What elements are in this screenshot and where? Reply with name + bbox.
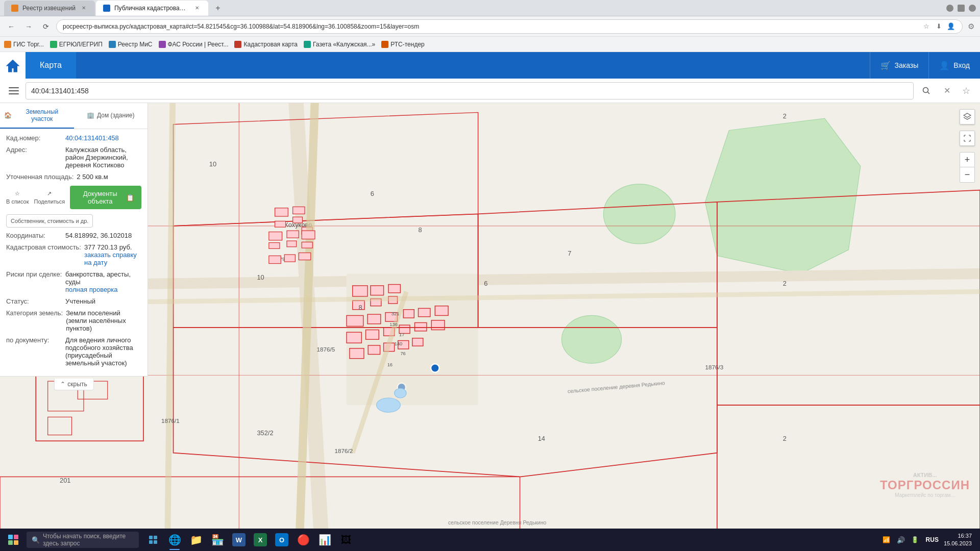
fullscreen-icon	[964, 135, 971, 142]
download-icon[interactable]: ⬇	[934, 21, 944, 32]
svg-rect-18	[403, 310, 414, 318]
share-button[interactable]: ↗ Поделиться	[34, 190, 65, 205]
bookmark-7[interactable]: РТС-тендер	[381, 41, 424, 48]
docs-icon: 📋	[126, 194, 134, 202]
land-category-label: Категория земель:	[6, 309, 63, 332]
start-button[interactable]	[2, 529, 24, 551]
bookmark-2-icon	[50, 41, 57, 48]
svg-rect-83	[269, 256, 281, 263]
reload-button[interactable]: ⟳	[39, 19, 53, 34]
tab-2-close[interactable]: ✕	[193, 4, 201, 12]
hamburger-menu-button[interactable]	[6, 83, 21, 98]
language-indicator[interactable]: RUS	[926, 536, 939, 543]
svg-rect-43	[293, 217, 303, 223]
bookmark-6[interactable]: Газета «Калужская...»	[304, 41, 375, 48]
cadastral-cost-link[interactable]: заказать справку на дату	[84, 251, 137, 266]
svg-text:1876/1: 1876/1	[161, 417, 180, 424]
taskbar-excel[interactable]: X	[250, 529, 271, 551]
tab-1[interactable]: Реестр извещений ✕	[4, 1, 95, 16]
user-account-icon[interactable]: 👤	[946, 21, 956, 32]
browser-frame: Реестр извещений ✕ Публичная кадастровая…	[0, 0, 980, 551]
zoom-out-button[interactable]: −	[960, 167, 975, 183]
taskbar-edge[interactable]: 🌐	[164, 529, 185, 551]
layers-icon	[963, 113, 971, 121]
svg-text:136: 136	[389, 322, 398, 327]
docs-button[interactable]: Документы объекта 📋	[70, 186, 141, 209]
extensions-icon[interactable]: ⚙	[966, 21, 976, 32]
tab-1-close[interactable]: ✕	[80, 4, 88, 12]
bookmark-2[interactable]: ЕГРЮЛ/ЕГРИП	[50, 41, 103, 48]
home-icon	[5, 58, 20, 73]
svg-text:10: 10	[257, 273, 264, 281]
svg-rect-28	[368, 345, 380, 355]
fullscreen-button[interactable]	[960, 131, 975, 146]
login-button[interactable]: 👤 Вход	[928, 52, 980, 79]
new-tab-button[interactable]: +	[211, 2, 225, 15]
photos-icon: 🖼	[339, 533, 353, 546]
kad-number-value[interactable]: 40:04:131401:458	[65, 134, 119, 142]
svg-text:8: 8	[358, 304, 362, 311]
taskbar-search-box[interactable]: 🔍 Чтобы начать поиск, введите здесь запр…	[27, 532, 139, 548]
app8-icon: 📊	[318, 533, 331, 546]
svg-text:140: 140	[395, 341, 403, 346]
zoom-in-button[interactable]: +	[960, 152, 975, 167]
address-box[interactable]: росреестр-выписка.рус/кадастровая_карта#…	[56, 19, 963, 34]
map-toolbar: ✕ ☆	[0, 79, 980, 103]
maximize-button[interactable]	[958, 5, 965, 12]
hide-panel-button[interactable]: ⌃ скрыть	[54, 379, 93, 390]
info-body: Кад.номер: 40:04:131401:458 Адрес: Калуж…	[0, 129, 148, 376]
taskbar-chrome[interactable]: 🔴	[293, 529, 313, 551]
bookmark-4[interactable]: ФАС России | Реест...	[159, 41, 229, 48]
address-bar-row: ← → ⟳ росреестр-выписка.рус/кадастровая_…	[0, 16, 980, 37]
taskbar-search-placeholder: Чтобы начать поиск, введите здесь запрос	[43, 533, 134, 547]
site-logo[interactable]	[0, 52, 26, 79]
close-button[interactable]	[969, 5, 976, 12]
bookmark-7-icon	[381, 41, 388, 48]
minimize-button[interactable]	[946, 5, 953, 12]
map-container[interactable]: Кохуково сельское поселение деревня Редь…	[0, 79, 980, 529]
forward-button[interactable]: →	[21, 19, 36, 34]
tab-2[interactable]: Публичная кадастровая карта ... ✕	[96, 1, 208, 16]
back-button[interactable]: ←	[4, 19, 18, 34]
layers-button[interactable]	[960, 109, 975, 124]
bookmark-5[interactable]: Кадастровая карта	[234, 41, 298, 48]
bookmark-1-icon	[4, 41, 11, 48]
taskbar-outlook[interactable]: O	[272, 529, 292, 551]
bookmark-3[interactable]: Реестр МиС	[109, 41, 153, 48]
svg-point-47	[377, 398, 401, 412]
owner-button[interactable]: Собственник, стоимость и др.	[6, 214, 93, 228]
map-search-input[interactable]	[26, 82, 914, 99]
clock[interactable]: 16:37 15.06.2023	[944, 532, 972, 548]
bookmark-1[interactable]: ГИС Торг...	[4, 41, 44, 48]
windows-logo-icon	[8, 535, 18, 545]
risks-link[interactable]: полная проверка	[65, 286, 118, 293]
taskbar-store[interactable]: 🏪	[207, 529, 228, 551]
bookmark-page-icon[interactable]: ☆	[921, 21, 932, 32]
bookmark-6-icon	[304, 41, 311, 48]
tab-building[interactable]: 🏢 Дом (здание)	[74, 103, 148, 129]
add-to-list-button[interactable]: ☆ В список	[6, 190, 29, 205]
tray-network-icon[interactable]: 📶	[881, 534, 892, 545]
taskbar-photos[interactable]: 🖼	[336, 529, 356, 551]
chrome-icon: 🔴	[297, 533, 310, 546]
svg-point-86	[923, 87, 928, 92]
tray-battery-icon[interactable]: 🔋	[910, 534, 921, 545]
svg-rect-21	[347, 332, 361, 343]
watermark-torgrosin: ТОРГРОССИН	[880, 478, 970, 492]
save-search-button[interactable]: ☆	[959, 83, 974, 98]
search-submit-button[interactable]	[918, 82, 935, 99]
svg-rect-9	[353, 286, 368, 296]
status-value: Учтенный	[65, 297, 141, 305]
taskbar-explorer[interactable]: 📁	[186, 529, 206, 551]
svg-text:сельское поселение Деревня Ред: сельское поселение Деревня Редькино	[448, 519, 546, 525]
orders-label: Заказы	[895, 61, 919, 69]
taskbar-app8[interactable]: 📊	[314, 529, 335, 551]
taskbar-word[interactable]: W	[229, 529, 249, 551]
tray-volume-icon[interactable]: 🔊	[895, 534, 906, 545]
orders-button[interactable]: 🛒 Заказы	[870, 52, 929, 79]
cadastral-cost-label: Кадастровая стоимость:	[6, 243, 81, 266]
search-clear-button[interactable]: ✕	[939, 83, 954, 98]
tab-land-plot[interactable]: 🏠 Земельный участок	[0, 103, 74, 129]
nav-map-button[interactable]: Карта	[26, 52, 76, 79]
taskbar-taskview[interactable]	[143, 529, 163, 551]
